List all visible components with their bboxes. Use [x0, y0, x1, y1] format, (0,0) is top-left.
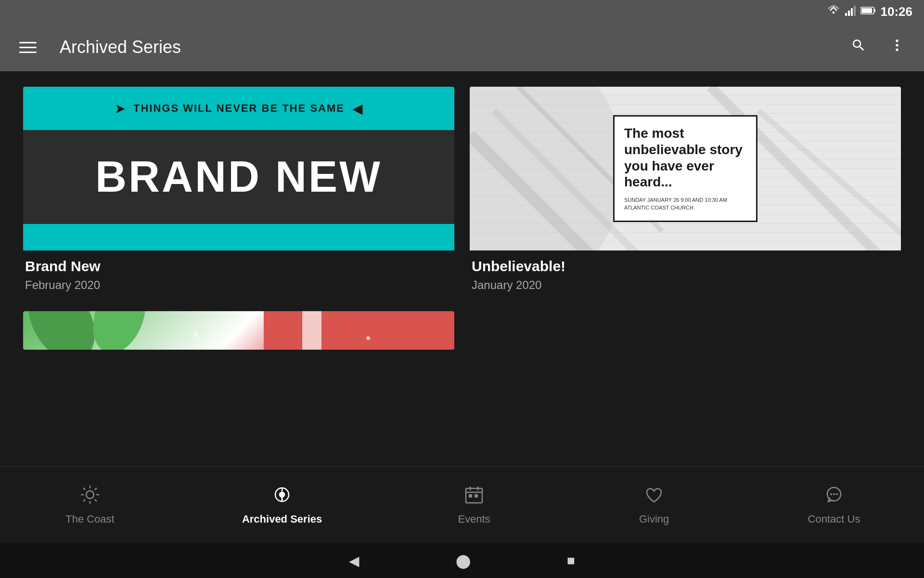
svg-rect-3 — [854, 6, 856, 16]
brand-new-bottom-bar — [23, 224, 454, 250]
svg-point-40 — [833, 493, 835, 495]
card-unbelievable-date: January 2020 — [472, 278, 899, 292]
unbelievable-artwork: The most unbelievable story you have eve… — [470, 87, 901, 250]
back-button[interactable]: ◀ — [349, 553, 359, 569]
newspaper-box-main-text: The most unbelievable story you have eve… — [624, 125, 746, 190]
card-brand-new-image: ➤ THINGS WILL NEVER BE THE SAME ◀ BRAND … — [23, 87, 454, 250]
nav-label-giving: Giving — [639, 513, 669, 525]
card-brand-new[interactable]: ➤ THINGS WILL NEVER BE THE SAME ◀ BRAND … — [23, 87, 454, 303]
partial-cards-row — [23, 311, 901, 350]
status-bar: 10:26 — [0, 0, 924, 23]
archived-series-icon — [272, 485, 292, 509]
svg-point-16 — [84, 311, 155, 350]
svg-line-24 — [83, 488, 85, 490]
nav-item-the-coast[interactable]: The Coast — [47, 481, 133, 529]
arrow-right-icon: ➤ — [115, 101, 126, 117]
cards-grid: ➤ THINGS WILL NEVER BE THE SAME ◀ BRAND … — [23, 87, 901, 303]
card-partial-christmas[interactable] — [23, 311, 454, 350]
svg-rect-36 — [469, 494, 472, 498]
nav-label-contact-us: Contact Us — [808, 513, 860, 525]
status-time: 10:26 — [881, 4, 913, 19]
menu-button[interactable] — [15, 38, 40, 57]
nav-label-archived-series: Archived Series — [242, 513, 322, 525]
card-unbelievable-info: Unbelievable! January 2020 — [470, 250, 901, 303]
brand-new-middle: BRAND NEW — [23, 130, 454, 224]
svg-line-25 — [95, 499, 97, 501]
recents-button[interactable]: ■ — [567, 553, 575, 568]
brand-new-main-text: BRAND NEW — [95, 152, 382, 202]
nav-item-contact-us[interactable]: Contact Us — [791, 481, 877, 529]
svg-line-26 — [95, 488, 97, 490]
card-unbelievable[interactable]: The most unbelievable story you have eve… — [470, 87, 901, 303]
svg-rect-32 — [466, 488, 482, 503]
nav-item-events[interactable]: Events — [431, 481, 517, 529]
search-button[interactable] — [847, 34, 870, 61]
more-options-button[interactable] — [886, 34, 909, 61]
nav-label-the-coast: The Coast — [65, 513, 115, 525]
newspaper-box-sub-text: SUNDAY JANUARY 26 9:00 AND 10:30 AM ATLA… — [624, 196, 746, 212]
bottom-nav: The Coast Archived Series Event — [0, 466, 924, 543]
brand-new-top-bar: ➤ THINGS WILL NEVER BE THE SAME ◀ — [23, 87, 454, 130]
home-button[interactable]: ⬤ — [456, 553, 471, 569]
christmas-svg — [23, 311, 454, 350]
card-unbelievable-title: Unbelievable! — [472, 258, 899, 275]
nav-item-giving[interactable]: Giving — [611, 481, 697, 529]
brand-new-artwork: ➤ THINGS WILL NEVER BE THE SAME ◀ BRAND … — [23, 87, 454, 250]
svg-point-7 — [896, 39, 898, 42]
newspaper-box: The most unbelievable story you have eve… — [613, 115, 757, 222]
signal-icon — [845, 5, 856, 18]
svg-point-39 — [830, 493, 832, 495]
hamburger-line — [19, 42, 37, 43]
svg-point-8 — [896, 44, 898, 46]
card-unbelievable-image: The most unbelievable story you have eve… — [470, 87, 901, 250]
nav-item-archived-series[interactable]: Archived Series — [227, 481, 337, 529]
svg-rect-6 — [861, 8, 872, 13]
brand-new-tagline: THINGS WILL NEVER BE THE SAME — [133, 102, 345, 115]
svg-rect-18 — [302, 311, 321, 350]
svg-line-14 — [758, 111, 901, 250]
svg-line-27 — [83, 499, 85, 501]
svg-rect-37 — [475, 494, 478, 498]
svg-line-10 — [470, 135, 614, 250]
main-content: ➤ THINGS WILL NEVER BE THE SAME ◀ BRAND … — [0, 71, 924, 466]
page-title: Archived Series — [60, 37, 828, 57]
card-partial-image — [23, 311, 454, 350]
system-nav-bar: ◀ ⬤ ■ — [0, 543, 924, 578]
giving-icon — [644, 485, 664, 509]
status-icons: 10:26 — [827, 4, 913, 19]
svg-point-19 — [86, 491, 94, 499]
empty-grid-cell — [470, 311, 901, 350]
nav-label-events: Events — [458, 513, 490, 525]
svg-rect-0 — [845, 13, 847, 16]
card-brand-new-date: February 2020 — [25, 278, 452, 292]
svg-rect-2 — [851, 8, 853, 16]
battery-icon — [860, 6, 876, 17]
svg-point-31 — [280, 492, 284, 497]
card-brand-new-info: Brand New February 2020 — [23, 250, 454, 303]
events-icon — [464, 485, 484, 509]
svg-rect-5 — [874, 9, 875, 12]
card-brand-new-title: Brand New — [25, 258, 452, 275]
svg-point-41 — [836, 493, 838, 495]
the-coast-icon — [80, 485, 100, 509]
app-bar-actions — [847, 34, 909, 61]
more-vertical-icon — [889, 38, 905, 53]
svg-rect-1 — [848, 11, 850, 16]
wifi-icon — [827, 5, 840, 18]
app-bar: Archived Series — [0, 23, 924, 71]
search-icon — [851, 38, 866, 53]
contact-us-icon — [824, 485, 844, 509]
hamburger-line — [19, 47, 37, 48]
svg-point-9 — [896, 49, 898, 51]
arrow-left-icon: ◀ — [352, 101, 363, 117]
hamburger-line — [19, 52, 37, 53]
